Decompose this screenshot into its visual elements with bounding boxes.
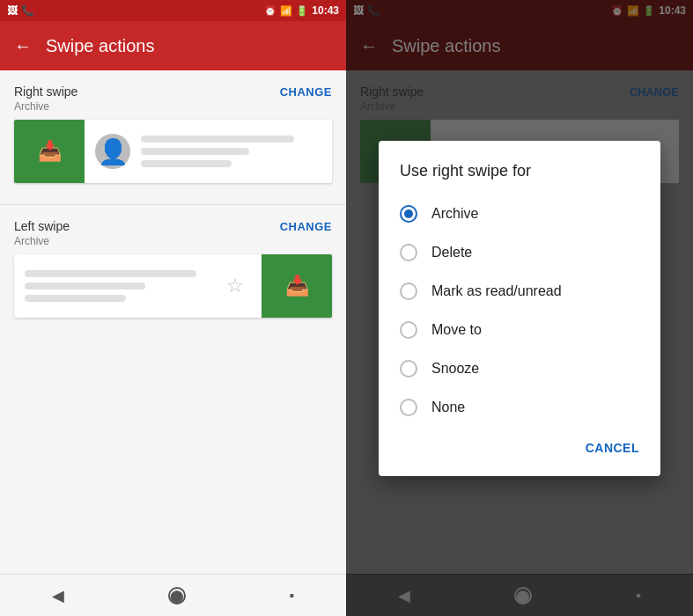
cancel-button[interactable]: CANCEL bbox=[579, 434, 646, 462]
right-swipe-section: Right swipe CHANGE Archive 📥 👤 bbox=[0, 70, 346, 204]
left-swipe-card-content: ☆ bbox=[14, 254, 262, 318]
alarm-icon: ⏰ bbox=[264, 5, 276, 17]
recents-nav-btn-left[interactable]: ▪ bbox=[289, 588, 294, 604]
toolbar-left: ← Swipe actions bbox=[0, 21, 346, 70]
right-swipe-green-area: 📥 bbox=[14, 120, 85, 183]
option-delete[interactable]: Delete bbox=[379, 233, 660, 272]
email-text-lines bbox=[141, 136, 321, 167]
home-nav-btn-left[interactable]: ⬤ bbox=[168, 587, 186, 605]
left-swipe-green-area: 📥 bbox=[262, 254, 332, 318]
right-swipe-preview: 📥 👤 bbox=[14, 120, 332, 183]
left-panel: 🖼 📞 ⏰ 📶 🔋 10:43 ← Swipe actions Right sw… bbox=[0, 0, 346, 616]
swipe-dialog: Use right swipe for Archive Delete Mark … bbox=[379, 141, 660, 476]
back-nav-btn-left[interactable]: ◀ bbox=[52, 586, 64, 605]
option-move-to-label: Move to bbox=[431, 322, 482, 338]
right-swipe-title: Right swipe bbox=[14, 84, 77, 99]
option-mark-read-label: Mark as read/unread bbox=[431, 283, 562, 299]
option-archive-label: Archive bbox=[431, 206, 478, 222]
text-line-2 bbox=[141, 148, 249, 155]
back-button-left[interactable]: ← bbox=[14, 36, 32, 56]
option-none-label: None bbox=[431, 400, 465, 415]
dialog-overlay: Use right swipe for Archive Delete Mark … bbox=[346, 0, 693, 616]
left-swipe-subtitle: Archive bbox=[14, 235, 332, 247]
status-bar-left: 🖼 📞 ⏰ 📶 🔋 10:43 bbox=[0, 0, 346, 21]
left-swipe-change-btn[interactable]: CHANGE bbox=[280, 220, 332, 233]
left-text-line-1 bbox=[25, 270, 196, 277]
signal-icon: 📶 bbox=[280, 5, 292, 17]
right-swipe-card-content: 👤 bbox=[85, 120, 332, 183]
right-swipe-change-btn[interactable]: CHANGE bbox=[280, 85, 332, 99]
toolbar-title-left: Swipe actions bbox=[46, 36, 154, 56]
person-icon: 👤 bbox=[98, 137, 129, 166]
bottom-nav-left: ◀ ⬤ ▪ bbox=[0, 574, 346, 616]
avatar: 👤 bbox=[95, 134, 130, 169]
archive-icon-right: 📥 bbox=[38, 140, 62, 163]
radio-snooze[interactable] bbox=[400, 360, 417, 378]
option-archive[interactable]: Archive bbox=[379, 194, 660, 233]
right-swipe-subtitle: Archive bbox=[14, 100, 332, 113]
status-icons-left: 🖼 📞 bbox=[7, 4, 34, 17]
right-swipe-header: Right swipe CHANGE bbox=[14, 84, 332, 99]
content-left: Right swipe CHANGE Archive 📥 👤 bbox=[0, 70, 346, 574]
left-swipe-title: Left swipe bbox=[14, 219, 70, 233]
right-panel: 🖼 📞 ⏰ 📶 🔋 10:43 ← Swipe actions Right sw… bbox=[346, 0, 693, 616]
battery-icon: 🔋 bbox=[296, 5, 308, 17]
dialog-title: Use right swipe for bbox=[379, 162, 660, 194]
archive-icon-left: 📥 bbox=[285, 275, 309, 297]
radio-delete[interactable] bbox=[400, 244, 417, 261]
time-display-left: 10:43 bbox=[312, 4, 339, 17]
radio-mark-read[interactable] bbox=[400, 282, 417, 300]
radio-archive[interactable] bbox=[400, 205, 417, 223]
option-move-to[interactable]: Move to bbox=[379, 311, 660, 349]
dialog-actions: CANCEL bbox=[379, 427, 660, 469]
photo-icon: 🖼 bbox=[7, 4, 18, 17]
option-snooze-label: Snooze bbox=[431, 361, 479, 377]
left-swipe-header: Left swipe CHANGE bbox=[14, 219, 332, 233]
left-email-text-lines bbox=[25, 270, 226, 302]
option-mark-read[interactable]: Mark as read/unread bbox=[379, 272, 660, 311]
option-delete-label: Delete bbox=[431, 245, 472, 260]
phone-icon: 📞 bbox=[21, 4, 34, 17]
status-right-icons: ⏰ 📶 🔋 10:43 bbox=[264, 4, 339, 17]
radio-move-to[interactable] bbox=[400, 321, 417, 339]
left-swipe-preview: ☆ 📥 bbox=[14, 254, 332, 318]
text-line-1 bbox=[141, 136, 294, 143]
star-icon: ☆ bbox=[226, 275, 244, 297]
option-snooze[interactable]: Snooze bbox=[379, 349, 660, 388]
radio-none[interactable] bbox=[400, 399, 417, 416]
text-line-3 bbox=[141, 160, 232, 167]
left-text-line-3 bbox=[25, 295, 126, 302]
option-none[interactable]: None bbox=[379, 388, 660, 427]
left-swipe-section: Left swipe CHANGE Archive ☆ 📥 bbox=[0, 205, 346, 339]
left-text-line-2 bbox=[25, 282, 145, 290]
